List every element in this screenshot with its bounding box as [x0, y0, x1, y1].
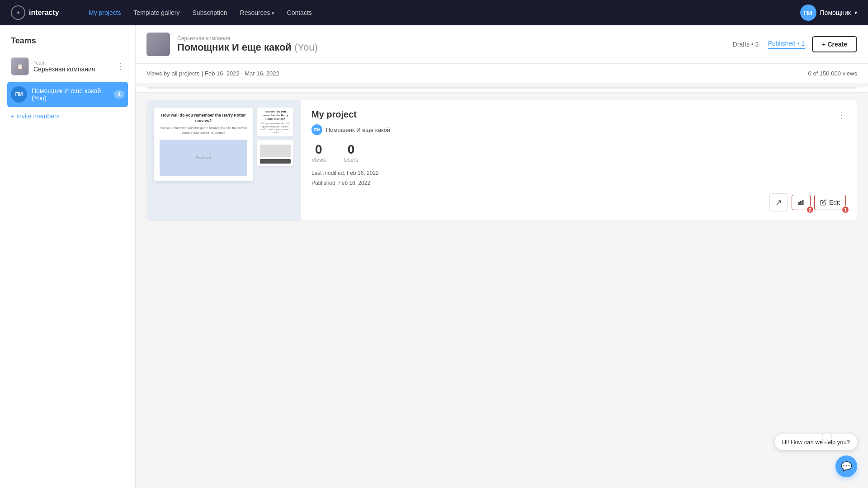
logo[interactable]: ✦ interacty [11, 5, 74, 20]
card-more-menu[interactable]: ⋮ [837, 109, 846, 120]
card-title: My project [311, 109, 390, 120]
logo-icon: ✦ [11, 5, 25, 20]
sidebar-team-item[interactable]: 📋 Team Серьёзная компания ⋮ [7, 53, 128, 80]
navbar-user[interactable]: ПИ Помощник ▾ [800, 5, 857, 21]
card-last-modified: Last modified: Feb 16, 2022 [311, 169, 846, 178]
bar-chart-icon [797, 199, 805, 206]
invite-members-button[interactable]: + Invite members [7, 109, 128, 123]
stat-users: 0 Users [344, 142, 358, 163]
views-label: Views by all projects [146, 70, 200, 77]
chat-messenger-icon: 💬 [841, 461, 852, 472]
navbar: ✦ interacty My projects Template gallery… [0, 0, 868, 25]
nav-contacts[interactable]: Contacts [287, 9, 312, 16]
team-name: Серьёзная компания [33, 66, 112, 73]
owner-name: Помощник И еще какой [326, 127, 390, 133]
project-card: How well do you remember the Harry Potte… [146, 100, 857, 221]
slide-mini-2 [257, 140, 293, 166]
slide-main-title: How well do you remember the Harry Potte… [160, 113, 247, 123]
views-progress-bar [146, 87, 857, 89]
sidebar-workspace-item[interactable]: ПИ Помощник И еще какой (You) 4 [7, 82, 128, 107]
sidebar-title: Teams [7, 36, 128, 46]
svg-rect-0 [798, 202, 800, 205]
stat-views-label: Views [311, 157, 326, 163]
stat-users-label: Users [344, 157, 358, 163]
logo-text: interacty [29, 9, 59, 17]
chat-open-button[interactable]: 💬 [835, 455, 857, 477]
chat-widget: Hi! How can we help you? — 💬 [775, 434, 857, 477]
project-title: Помощник И еще какой (You) [177, 42, 726, 53]
team-label: Team [33, 60, 112, 66]
nav-my-projects[interactable]: My projects [89, 9, 121, 16]
app-body: Teams 📋 Team Серьёзная компания ⋮ ПИ Пом… [0, 25, 868, 488]
workspace-count: 4 [114, 90, 124, 99]
edit-icon [820, 199, 826, 206]
stats-badge: 2 [806, 206, 814, 214]
slide-mini-1: How well do you remember the Harry Potte… [257, 108, 293, 136]
open-button[interactable]: ↗ [769, 193, 788, 211]
card-dates: Last modified: Feb 16, 2022 Published: F… [311, 169, 846, 188]
project-stats: Drafts • 3 Published • 1 [733, 40, 805, 49]
slide-main-text: Can you remember who this quote belongs … [160, 126, 247, 135]
owner-avatar: ПИ [311, 124, 322, 135]
main-content: Серьёзная компания Помощник И еще какой … [136, 25, 868, 488]
slide-front-text: Front text [196, 155, 211, 160]
preview-inner: How well do you remember the Harry Potte… [147, 100, 301, 221]
card-stats: 0 Views 0 Users [311, 135, 846, 163]
card-top: My project ПИ Помощник И еще какой ⋮ [311, 109, 846, 135]
team-avatar: 📋 [11, 57, 29, 75]
card-info: My project ПИ Помощник И еще какой ⋮ 0 V… [301, 100, 857, 221]
project-logo [146, 33, 170, 56]
chat-bubble-row: Hi! How can we help you? — [775, 434, 857, 450]
edit-badge: 1 [841, 206, 849, 214]
workspace-avatar: ПИ [11, 86, 27, 103]
chat-minimize-button[interactable]: — [822, 432, 832, 442]
nav-links: My projects Template gallery Subscriptio… [89, 9, 786, 16]
stat-published[interactable]: Published • 1 [768, 40, 805, 49]
slide-main: How well do you remember the Harry Potte… [154, 108, 253, 181]
workspace-name: Помощник И еще какой (You) [32, 87, 109, 102]
card-published-date: Published: Feb 16, 2022 [311, 178, 846, 188]
stat-users-value: 0 [344, 142, 358, 157]
card-actions: ↗ 2 [311, 193, 846, 211]
nav-subscription[interactable]: Subscription [193, 9, 227, 16]
cards-section: How well do you remember the Harry Potte… [136, 93, 868, 228]
team-dots-menu[interactable]: ⋮ [116, 61, 124, 71]
views-progress-container [136, 87, 868, 93]
slide-main-body: Front text [160, 140, 247, 176]
team-info: Team Серьёзная компания [33, 60, 112, 73]
sidebar: Teams 📋 Team Серьёзная компания ⋮ ПИ Пом… [0, 25, 136, 488]
create-button[interactable]: + Create [812, 36, 857, 52]
project-title-text: Помощник И еще какой [177, 42, 292, 53]
stat-drafts: Drafts • 3 [733, 41, 759, 48]
views-count: 0 of 150 000 views [808, 70, 857, 77]
edit-label: Edit [829, 199, 840, 206]
project-header: Серьёзная компания Помощник И еще какой … [136, 25, 868, 64]
chat-bubble: Hi! How can we help you? [775, 434, 857, 450]
card-title-owner: My project ПИ Помощник И еще какой [311, 109, 390, 135]
edit-button[interactable]: Edit [814, 195, 846, 210]
stat-views: 0 Views [311, 142, 326, 163]
nav-resources[interactable]: Resources [240, 9, 274, 16]
views-bar: Views by all projects | Feb 16, 2022 - M… [136, 64, 868, 83]
slide-stack: How well do you remember the Harry Potte… [257, 108, 293, 166]
team-avatar-placeholder: 📋 [11, 58, 28, 75]
nav-template-gallery[interactable]: Template gallery [134, 9, 180, 16]
views-date-range: Feb 16, 2022 - Mar 16, 2022 [205, 70, 279, 77]
open-btn-wrapper: ↗ [769, 193, 788, 211]
slide-mini-btn [260, 159, 291, 164]
views-bar-left: Views by all projects | Feb 16, 2022 - M… [146, 69, 279, 77]
project-company: Серьёзная компания [177, 35, 726, 42]
edit-btn-wrapper: Edit 1 [814, 195, 846, 210]
svg-rect-2 [802, 200, 804, 205]
svg-rect-1 [801, 202, 802, 205]
project-logo-inner [146, 33, 170, 56]
project-you-label: (You) [294, 42, 318, 53]
card-owner: ПИ Помощник И еще какой [311, 124, 390, 135]
slide-mini-text-1: Can you remember who this quote belongs … [260, 122, 291, 134]
views-separator: | [202, 70, 205, 77]
user-dropdown-icon: ▾ [854, 9, 857, 16]
stats-btn-wrapper: 2 [792, 195, 811, 210]
card-preview: How well do you remember the Harry Potte… [147, 100, 301, 221]
user-name: Помощник [820, 9, 851, 16]
stat-views-value: 0 [311, 142, 326, 157]
